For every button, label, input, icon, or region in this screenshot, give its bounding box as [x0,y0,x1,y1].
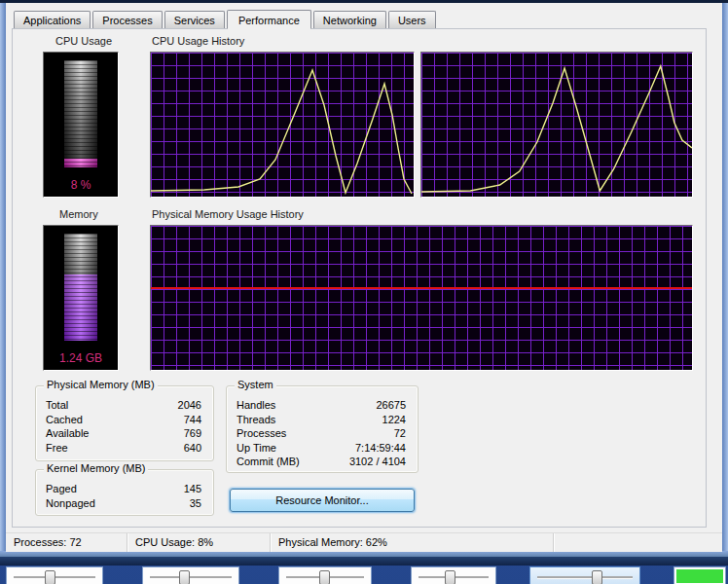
row-label: Available [46,426,89,441]
row-available: Available 769 [36,426,213,441]
row-total: Total 2046 [36,398,213,413]
row-label: Total [46,398,68,413]
resource-monitor-button[interactable]: Resource Monitor... [230,489,415,512]
mixer-panel-5-highlighted [529,566,640,584]
slider-track [537,576,633,578]
row-threads: Threads 1224 [227,413,418,427]
audio-level-meter [676,569,723,583]
volume-slider-thumb[interactable] [45,570,55,584]
row-uptime: Up Time 7:14:59:44 [227,441,418,456]
status-bar: Processes: 72 CPU Usage: 8% Physical Mem… [6,532,722,552]
row-label: Cached [46,413,83,427]
cpu-history-line-1 [151,70,412,194]
cpu-gauge-label: CPU Usage [55,35,112,47]
row-value: 2046 [178,398,201,413]
mixer-panel-level-meter [673,566,726,584]
row-value: 640 [184,441,201,456]
mixer-panel-2 [142,566,239,584]
memory-history-graph [150,225,693,371]
row-value: 769 [184,426,201,441]
row-processes: Processes 72 [227,426,418,441]
volume-slider-thumb[interactable] [179,570,190,584]
memory-usage-gauge: 1.24 GB [43,225,119,371]
volume-slider-thumb[interactable] [592,570,602,584]
physical-memory-group: Physical Memory (MB) Total 2046 Cached 7… [35,385,214,461]
row-value: 744 [184,413,201,427]
kernel-memory-group-title: Kernel Memory (MB) [44,462,148,474]
gauge-segments [64,60,97,167]
row-label: Commit (MB) [237,455,300,469]
kernel-memory-group: Kernel Memory (MB) Paged 145 Nonpaged 35 [35,469,214,516]
row-paged: Paged 145 [36,482,213,496]
slider-track [150,576,232,578]
status-physical-memory: Physical Memory: 62% [271,533,554,552]
memory-gauge-label: Memory [59,208,98,220]
gauge-segments [64,234,97,341]
mixer-panel-4 [411,566,496,584]
cpu-history-graph-2 [420,52,693,198]
status-cpu-usage: CPU Usage: 8% [127,533,271,552]
row-commit: Commit (MB) 3102 / 4104 [227,455,418,469]
physical-memory-group-title: Physical Memory (MB) [44,379,158,390]
row-label: Paged [46,482,77,496]
status-processes: Processes: 72 [6,533,127,552]
cpu-history-graph-1 [150,52,415,198]
cpu-history-line-2 [421,66,692,192]
taskbar-strip [0,557,728,566]
cpu-history-label: CPU Usage History [152,35,244,47]
mixer-panel-1 [6,566,103,584]
row-handles: Handles 26675 [227,398,418,413]
cpu-usage-value: 8 % [44,178,118,192]
row-value: 7:14:59:44 [355,441,406,456]
mixer-panel-3 [278,566,372,584]
row-free: Free 640 [36,441,213,456]
row-nonpaged: Nonpaged 35 [36,496,213,511]
row-cached: Cached 744 [36,413,213,427]
volume-slider-thumb[interactable] [319,570,330,584]
row-value: 145 [184,482,201,496]
memory-usage-value: 1.24 GB [44,351,118,365]
cpu-usage-gauge: 8 % [43,52,119,198]
tab-users[interactable]: Users [388,11,436,28]
row-label: Threads [237,413,275,427]
row-label: Handles [237,398,275,413]
cpu-gauge-tube [64,60,97,167]
row-value: 26675 [376,398,406,413]
system-group: System Handles 26675 Threads 1224 Proces… [226,385,419,473]
row-value: 1224 [382,413,406,427]
tab-bar: Applications Processes Services Performa… [14,8,436,29]
row-value: 35 [190,496,201,511]
window-right-border [722,3,728,557]
tab-services[interactable]: Services [164,11,225,28]
row-label: Nonpaged [46,496,95,511]
tab-networking[interactable]: Networking [313,11,386,28]
system-group-title: System [235,379,276,390]
memory-history-label: Physical Memory Usage History [152,208,304,220]
tab-applications[interactable]: Applications [14,11,91,28]
memory-gauge-tube [64,234,97,341]
screen: Applications Processes Services Performa… [0,0,728,584]
row-value: 72 [394,426,406,441]
row-value: 3102 / 4104 [349,455,406,469]
row-label: Processes [237,426,286,441]
row-label: Up Time [237,441,276,456]
tab-performance[interactable]: Performance [227,10,311,29]
row-label: Free [46,441,68,456]
volume-slider-thumb[interactable] [445,570,455,584]
tab-processes[interactable]: Processes [92,11,162,28]
